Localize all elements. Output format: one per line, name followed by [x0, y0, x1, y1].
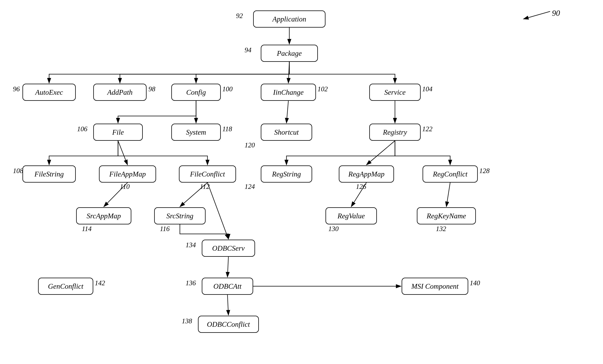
node-registry-label: Registry	[383, 128, 407, 136]
ref-136: 136	[186, 279, 196, 287]
node-srcappmap: SrcAppMap	[76, 207, 131, 224]
node-package-label: Package	[277, 49, 302, 57]
node-genconflict: GenConflict	[38, 278, 93, 295]
node-service: Service	[369, 84, 421, 101]
node-regkeyname-label: RegKeyName	[427, 212, 466, 220]
svg-line-2	[288, 62, 289, 83]
node-odbcatt: ODBCAtt	[202, 278, 253, 295]
node-config-label: Config	[186, 88, 206, 96]
ref-142: 142	[95, 279, 105, 287]
node-file-label: File	[112, 128, 124, 136]
ref-124: 124	[244, 183, 255, 191]
node-regappmap: RegAppMap	[339, 165, 394, 183]
ref-130: 130	[328, 225, 339, 233]
ref-140: 140	[470, 279, 480, 287]
node-config: Config	[171, 84, 221, 101]
node-autoexec: AutoExec	[23, 84, 76, 101]
ref-134: 134	[186, 241, 196, 249]
node-application: Application	[253, 11, 325, 28]
node-fileappmap-label: FileAppMap	[109, 170, 146, 178]
node-regconflict: RegConflict	[423, 165, 478, 183]
ref-110: 110	[120, 183, 130, 191]
node-shortcut-label: Shortcut	[274, 128, 299, 136]
node-regvalue-label: RegValue	[337, 212, 365, 220]
node-odbcserv-label: ODBCServ	[212, 244, 245, 252]
node-shortcut: Shortcut	[261, 124, 312, 141]
node-regstring: RegString	[261, 165, 312, 183]
svg-line-11	[446, 183, 450, 207]
ref-118: 118	[222, 125, 232, 133]
svg-line-16	[523, 11, 550, 19]
node-odbcconflict-label: ODBCConflict	[207, 320, 250, 329]
node-odbcconflict: ODBCConflict	[198, 316, 259, 333]
node-application-label: Application	[272, 15, 306, 23]
node-odbcserv: ODBCServ	[202, 240, 255, 257]
ref-112: 112	[200, 183, 209, 191]
ref-126: 126	[356, 183, 366, 191]
svg-line-12	[208, 183, 228, 239]
ref-122: 122	[422, 125, 432, 133]
ref-98: 98	[149, 85, 155, 93]
figure-ref-90: 90	[552, 9, 560, 18]
ref-92: 92	[236, 12, 243, 20]
node-package: Package	[261, 45, 318, 62]
node-file: File	[93, 124, 143, 141]
node-regkeyname: RegKeyName	[417, 207, 476, 224]
node-system-label: System	[186, 128, 206, 136]
node-registry: Registry	[369, 124, 421, 141]
node-srcstring-label: SrcString	[166, 212, 193, 220]
node-msicomponent: MSI Component	[402, 278, 468, 295]
ref-114: 114	[82, 225, 92, 233]
node-addpath: AddPath	[93, 84, 147, 101]
ref-120: 120	[244, 141, 255, 149]
ref-96: 96	[13, 85, 20, 93]
node-genconflict-label: GenConflict	[48, 282, 83, 290]
ref-116: 116	[160, 225, 170, 233]
node-fileconflict: FileConflict	[179, 165, 236, 183]
node-srcappmap-label: SrcAppMap	[87, 212, 121, 220]
node-system: System	[171, 124, 221, 141]
node-regconflict-label: RegConflict	[433, 170, 467, 178]
ref-106: 106	[77, 125, 87, 133]
ref-128: 128	[479, 167, 489, 175]
node-filestring-label: FileString	[35, 170, 64, 178]
ref-138: 138	[182, 317, 192, 325]
node-fileconflict-label: FileConflict	[190, 170, 225, 178]
svg-line-4	[287, 101, 288, 123]
svg-line-14	[227, 295, 228, 315]
diagram: Application 92 Package 94 AutoExec 96 Ad…	[0, 0, 603, 364]
node-filestring: FileString	[23, 165, 76, 183]
ref-100: 100	[222, 85, 232, 93]
svg-line-6	[118, 141, 128, 165]
ref90-arrow	[514, 10, 552, 21]
node-srcstring: SrcString	[154, 207, 206, 224]
node-iinchange: IinChange	[261, 84, 316, 101]
node-odbcatt-label: ODBCAtt	[213, 282, 242, 290]
node-regstring-label: RegString	[272, 170, 301, 178]
node-iinchange-label: IinChange	[273, 88, 304, 96]
svg-line-13	[227, 257, 228, 277]
node-regvalue: RegValue	[325, 207, 377, 224]
node-regappmap-label: RegAppMap	[348, 170, 384, 178]
node-msicomponent-label: MSI Component	[411, 282, 459, 290]
ref-102: 102	[317, 85, 328, 93]
node-service-label: Service	[384, 88, 406, 96]
ref-104: 104	[422, 85, 432, 93]
node-addpath-label: AddPath	[107, 88, 133, 96]
ref-108: 108	[13, 167, 23, 175]
node-autoexec-label: AutoExec	[35, 88, 63, 96]
ref-94: 94	[244, 46, 251, 54]
ref-132: 132	[436, 225, 446, 233]
svg-line-9	[366, 141, 395, 165]
node-fileappmap: FileAppMap	[99, 165, 156, 183]
